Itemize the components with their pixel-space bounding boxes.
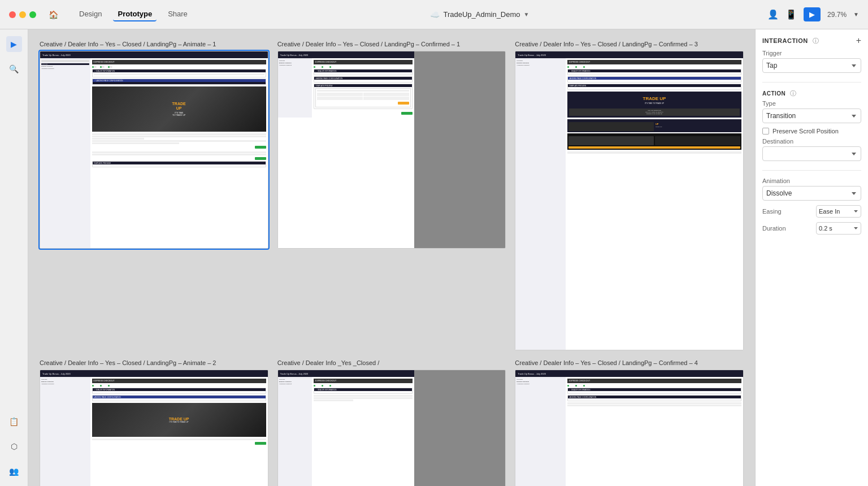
preserve-scroll-label: Preserve Scroll Position xyxy=(772,128,839,134)
destination-label: Destination xyxy=(762,138,861,145)
close-dot[interactable] xyxy=(9,11,16,18)
canvas[interactable]: Creative / Dealer Info – Yes – Closed / … xyxy=(28,29,755,486)
project-name[interactable]: TradeUp_Admin_Demo xyxy=(443,10,520,19)
layers-icon[interactable]: 📋 xyxy=(6,414,22,429)
frame-wrapper-6: Creative / Dealer Info – Yes – Closed / … xyxy=(515,359,744,486)
frame-wrapper-3: Creative / Dealer Info – Yes – Closed / … xyxy=(515,41,744,350)
action-type-label: Type xyxy=(762,100,861,107)
project-title-area: ☁️ TradeUp_Admin_Demo ▼ xyxy=(201,10,758,19)
top-nav: Design Prototype Share xyxy=(75,7,192,21)
easing-row: Easing Ease In xyxy=(762,205,861,218)
frames-grid: Creative / Dealer Info – Yes – Closed / … xyxy=(40,41,744,486)
cursor-icon[interactable]: ▶ xyxy=(6,36,22,52)
animation-label: Animation xyxy=(762,177,861,184)
frame-preview-3[interactable]: Trade Up Bonus - July 2020 Overview Expr… xyxy=(515,51,744,350)
frame-preview-5[interactable]: Trade Up Bonus - July 2020 Overview Expr… xyxy=(277,370,506,486)
divider-2 xyxy=(762,170,861,171)
chevron-down-icon[interactable]: ▼ xyxy=(524,11,530,18)
frame-label-4: Creative / Dealer Info – Yes – Closed / … xyxy=(40,359,268,366)
nav-share[interactable]: Share xyxy=(163,7,192,21)
interaction-header: INTERACTION ⓘ + xyxy=(762,36,861,45)
duration-row: Duration 0.2 s xyxy=(762,222,861,235)
cloud-icon: ☁️ xyxy=(430,10,440,19)
titlebar-right: 👤 📱 ▶ 29.7% ▼ xyxy=(767,7,859,21)
zoom-label: 29.7% xyxy=(827,11,847,19)
frame-label-1: Creative / Dealer Info – Yes – Closed / … xyxy=(40,41,268,47)
frame-label-6: Creative / Dealer Info – Yes – Closed / … xyxy=(515,359,744,366)
divider-1 xyxy=(762,82,861,83)
frame-preview-4[interactable]: Trade Up Bonus - July 2020 Overview Expr… xyxy=(40,370,268,486)
action-type-field: Type Transition xyxy=(762,100,861,123)
frame-wrapper-5: Creative / Dealer Info _Yes _Closed / Tr… xyxy=(277,359,506,486)
titlebar: 🏠 Design Prototype Share ☁️ TradeUp_Admi… xyxy=(0,0,868,29)
action-type-select[interactable]: Transition xyxy=(762,109,861,123)
left-sidebar: ▶ 🔍 📋 ⬡ 👥 xyxy=(0,29,28,486)
action-info-icon[interactable]: ⓘ xyxy=(790,89,796,98)
interaction-title: INTERACTION xyxy=(762,37,808,44)
zoom-chevron-icon[interactable]: ▼ xyxy=(853,11,859,18)
minimize-dot[interactable] xyxy=(19,11,26,18)
frame-wrapper-2: Creative / Dealer Info – Yes – Closed / … xyxy=(277,41,506,350)
mock-header-1: Trade Up Bonus - July 2020 xyxy=(40,51,268,58)
nav-prototype[interactable]: Prototype xyxy=(113,7,157,21)
search-icon[interactable]: 🔍 xyxy=(6,61,22,77)
preserve-scroll-row: Preserve Scroll Position xyxy=(762,128,861,134)
frame-label-5: Creative / Dealer Info _Yes _Closed / xyxy=(277,359,506,366)
animation-field: Animation Dissolve xyxy=(762,177,861,201)
mock-content-1: EXPRESS CHECKOUT step step step ✓ DEALER… xyxy=(90,58,268,248)
maximize-dot[interactable] xyxy=(29,11,36,18)
frame-wrapper-1: Creative / Dealer Info – Yes – Closed / … xyxy=(40,41,268,350)
interaction-section: INTERACTION ⓘ + Trigger Tap xyxy=(762,36,861,73)
destination-select[interactable] xyxy=(762,146,861,161)
action-title: ACTION xyxy=(762,90,785,97)
trigger-select[interactable]: Tap xyxy=(762,58,861,73)
destination-field: Destination xyxy=(762,138,861,161)
user-icon[interactable]: 👤 xyxy=(767,9,779,20)
animation-section: Animation Dissolve Easing Ease In Durati… xyxy=(762,177,861,235)
add-interaction-button[interactable]: + xyxy=(856,36,861,45)
trigger-label: Trigger xyxy=(762,50,861,57)
frame-label-2: Creative / Dealer Info – Yes – Closed / … xyxy=(277,41,506,47)
trigger-field: Trigger Tap xyxy=(762,50,861,73)
device-icon[interactable]: 📱 xyxy=(785,9,797,20)
duration-label: Duration xyxy=(762,225,786,232)
main-area: ▶ 🔍 📋 ⬡ 👥 Creative / Dealer Info – Yes –… xyxy=(0,29,868,486)
play-button[interactable]: ▶ xyxy=(804,7,821,21)
assets-icon[interactable]: 👥 xyxy=(6,463,22,479)
frame-preview-1[interactable]: Trade Up Bonus - July 2020 Overview Expr… xyxy=(40,51,268,249)
nav-design[interactable]: Design xyxy=(75,7,106,21)
info-icon[interactable]: ⓘ xyxy=(813,37,819,45)
easing-select[interactable]: Ease In xyxy=(816,205,861,218)
action-header: ACTION ⓘ xyxy=(762,89,861,98)
duration-select[interactable]: 0.2 s xyxy=(816,222,861,235)
frame-label-3: Creative / Dealer Info – Yes – Closed / … xyxy=(515,41,744,47)
components-icon[interactable]: ⬡ xyxy=(6,439,22,454)
mock-sidebar-1: Overview Express Checkout Advanced Check… xyxy=(40,58,90,248)
frame-wrapper-4: Creative / Dealer Info – Yes – Closed / … xyxy=(40,359,268,486)
frame-preview-6[interactable]: Trade Up Bonus - July 2020 Overview Expr… xyxy=(515,370,744,486)
preserve-scroll-checkbox[interactable] xyxy=(762,128,769,134)
action-section: ACTION ⓘ Type Transition Preserve Scroll… xyxy=(762,89,861,161)
window-controls xyxy=(9,11,36,18)
frame-preview-2[interactable]: Trade Up Bonus - July 2020 Overview Expr… xyxy=(277,51,506,249)
right-panel: INTERACTION ⓘ + Trigger Tap ACTION ⓘ Typ… xyxy=(755,29,868,486)
home-icon[interactable]: 🏠 xyxy=(45,7,61,23)
easing-label: Easing xyxy=(762,208,782,215)
animation-select[interactable]: Dissolve xyxy=(762,186,861,201)
